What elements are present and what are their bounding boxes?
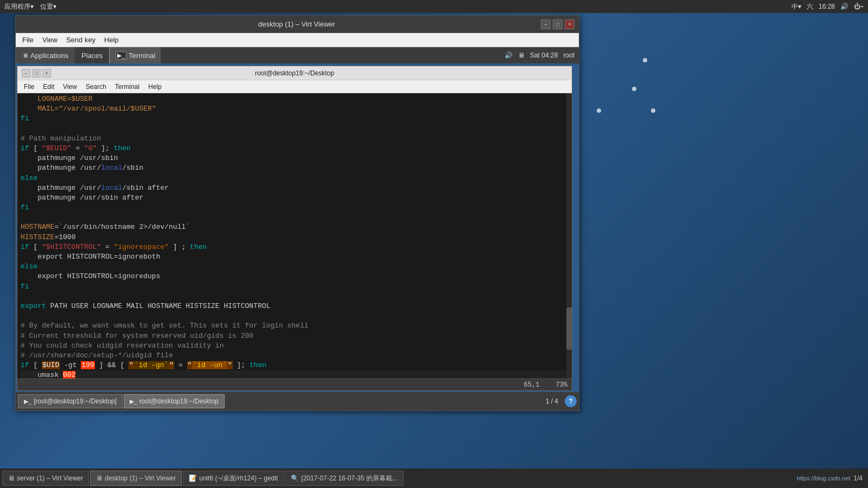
vm-taskbar-right: 1 / 4 ? <box>542 395 577 407</box>
terminal-menu-view[interactable]: View <box>59 82 81 92</box>
vm-volume-icon[interactable]: 🔊 <box>505 52 513 59</box>
terminal-menu-search[interactable]: Search <box>81 82 111 92</box>
terminal-line: LOGNAME=$USER <box>21 94 569 104</box>
host-taskbar-server-icon: 🖥 <box>8 474 15 482</box>
apps-menu-btn[interactable]: 应用程序▾ <box>4 2 34 11</box>
terminal-menu-edit[interactable]: Edit <box>39 82 59 92</box>
terminal-line: export HISTCONTROL=ignoreboth <box>21 252 569 262</box>
terminal-line-selected: umask 002 <box>21 370 569 378</box>
virt-maximize-btn[interactable]: □ <box>553 20 563 29</box>
virt-win-controls: – □ × <box>541 20 575 29</box>
virt-viewer-window: desktop (1) – Virt Viewer – □ × File Vie… <box>15 15 579 411</box>
vm-network-icon[interactable]: 🖥 <box>518 52 525 59</box>
terminal-line: HOSTNAME=`/usr/bin/hostname 2>/dev/null` <box>21 222 569 232</box>
virt-window-title: desktop (1) – Virt Viewer <box>53 20 541 28</box>
host-taskbar-desktop-icon: 🖥 <box>96 474 103 482</box>
terminal-maximize-btn[interactable]: □ <box>32 69 41 78</box>
power-icon[interactable]: ⏻▾ <box>854 3 864 10</box>
host-pager-label: 1/4 <box>853 474 863 482</box>
host-url-label: https://blog.csdn.net <box>797 475 850 481</box>
terminal-line: fi <box>21 282 569 292</box>
terminal-menu-terminal[interactable]: Terminal <box>111 82 144 92</box>
vm-taskbar-item-active[interactable]: ▶_ root@desktop19:~/Desktop <box>124 394 225 408</box>
terminal-line: export PATH USER LOGNAME MAIL HOSTNAME H… <box>21 301 569 311</box>
terminal-line: # Path manipulation <box>21 134 569 144</box>
vm-places-btn[interactable]: Places <box>75 47 109 63</box>
terminal-title: root@desktop19:~/Desktop <box>51 69 538 77</box>
system-top-bar: 应用程序▾ 位置▾ 中▾ 六 16:28 🔊 ⏻▾ <box>0 0 868 13</box>
places-menu-btn[interactable]: 位置▾ <box>40 2 56 11</box>
terminal-menu-help[interactable]: Help <box>144 82 166 92</box>
terminal-line <box>21 292 569 301</box>
host-taskbar: 🖥 server (1) – Virt Viewer 🖥 desktop (1)… <box>0 468 868 488</box>
terminal-line: pathmunge /usr/local/sbin after <box>21 183 569 193</box>
vm-terminal-btn[interactable]: ▶_ Terminal <box>109 47 161 63</box>
terminal-line: # /usr/share/doc/setup-*/uidgid file <box>21 351 569 361</box>
virt-title-bar: desktop (1) – Virt Viewer – □ × <box>16 16 579 33</box>
host-taskbar-gedit[interactable]: 📝 unit6 (~/桌面/rh124) – gedit <box>183 471 284 486</box>
terminal-line: export HISTCONTROL=ignoredups <box>21 272 569 281</box>
top-bar-right: 中▾ 六 16:28 🔊 ⏻▾ <box>792 2 864 11</box>
terminal-line: pathmunge /usr/sbin after <box>21 193 569 203</box>
terminal-line: if [ "$EUID" = "0" ]; then <box>21 144 569 153</box>
host-taskbar-desktop[interactable]: 🖥 desktop (1) – Virt Viewer <box>90 471 182 486</box>
vm-panel-left: 🖥 Applications Places ▶_ Terminal <box>16 47 161 63</box>
vm-top-panel: 🖥 Applications Places ▶_ Terminal 🔊 🖥 Sa… <box>16 47 579 63</box>
vm-taskbar-item-inactive[interactable]: ▶_ [root@desktop19:~/Desktop] <box>18 394 123 408</box>
virt-minimize-btn[interactable]: – <box>541 20 551 29</box>
day-label: 六 <box>807 2 813 11</box>
terminal-scrollbar-thumb[interactable] <box>566 307 572 350</box>
terminal-scrollbar[interactable] <box>566 93 572 378</box>
virt-menu-view[interactable]: View <box>38 35 62 45</box>
virt-menu-bar: File View Send key Help <box>16 33 579 47</box>
terminal-line: else <box>21 174 569 183</box>
terminal-scroll-percent: 73% <box>556 381 567 389</box>
terminal-line: fi <box>21 114 569 124</box>
terminal-line: else <box>21 262 569 272</box>
terminal-line <box>21 124 569 134</box>
vm-user-label: root <box>563 52 575 59</box>
time-label: 16:28 <box>819 3 835 10</box>
ime-indicator[interactable]: 中▾ <box>792 2 801 11</box>
vm-panel-right: 🔊 🖥 Sat 04:28 root <box>505 52 579 59</box>
terminal-minimize-btn[interactable]: – <box>22 69 30 78</box>
vm-help-btn[interactable]: ? <box>565 395 577 407</box>
terminal-line: fi <box>21 203 569 213</box>
top-bar-left: 应用程序▾ 位置▾ <box>4 2 56 11</box>
host-taskbar-screenshot-icon: 🔍 <box>291 474 299 482</box>
terminal-window: – □ × root@desktop19:~/Desktop File Edit… <box>17 66 572 391</box>
terminal-line <box>21 311 569 321</box>
terminal-cursor-position: 65,1 <box>524 381 540 389</box>
terminal-line: pathmunge /usr/local/sbin <box>21 163 569 173</box>
volume-icon[interactable]: 🔊 <box>840 3 848 10</box>
terminal-line-selected: if [ $UID -gt 199 ] && [ "`id -gn`" = "`… <box>21 361 569 370</box>
terminal-win-controls: – □ × <box>22 69 51 78</box>
terminal-title-bar: – □ × root@desktop19:~/Desktop <box>17 66 572 80</box>
terminal-line: # You could check uidgid reservation val… <box>21 341 569 351</box>
vm-time-label: Sat 04:28 <box>530 52 558 59</box>
terminal-line: if [ "$HISTCONTROL" = "ignorespace" ] ; … <box>21 242 569 252</box>
host-taskbar-right: https://blog.csdn.net 1/4 <box>797 474 866 482</box>
terminal-menu-file[interactable]: File <box>20 82 39 92</box>
vm-pager-label: 1 / 4 <box>542 397 561 405</box>
terminal-close-btn[interactable]: × <box>42 69 51 78</box>
virt-menu-sendkey[interactable]: Send key <box>62 35 100 45</box>
terminal-line: # By default, we want umask to get set. … <box>21 321 569 331</box>
terminal-content-area[interactable]: LOGNAME=$USER MAIL="/var/spool/mail/$USE… <box>17 93 572 378</box>
vm-applications-btn[interactable]: 🖥 Applications <box>16 47 75 63</box>
terminal-line: MAIL="/var/spool/mail/$USER" <box>21 104 569 114</box>
host-taskbar-screenshot[interactable]: 🔍 [2017-07-22 16-07-35 的屏幕截... <box>285 471 403 486</box>
vm-desktop: 🖥 Applications Places ▶_ Terminal 🔊 🖥 Sa… <box>16 47 579 410</box>
host-taskbar-server[interactable]: 🖥 server (1) – Virt Viewer <box>2 471 89 486</box>
terminal-line <box>21 213 569 222</box>
virt-close-btn[interactable]: × <box>565 20 575 29</box>
virt-menu-help[interactable]: Help <box>100 35 123 45</box>
virt-menu-file[interactable]: File <box>18 35 38 45</box>
terminal-line: # Current threshold for system reserved … <box>21 331 569 341</box>
terminal-menu-bar: File Edit View Search Terminal Help <box>17 80 572 93</box>
terminal-line: pathmunge /usr/sbin <box>21 153 569 163</box>
host-taskbar-gedit-icon: 📝 <box>189 474 197 482</box>
vm-taskbar: ▶_ [root@desktop19:~/Desktop] ▶_ root@de… <box>16 392 579 410</box>
terminal-status-bar: 65,1 73% <box>17 378 572 390</box>
terminal-line: HISTSIZE=1000 <box>21 233 569 242</box>
